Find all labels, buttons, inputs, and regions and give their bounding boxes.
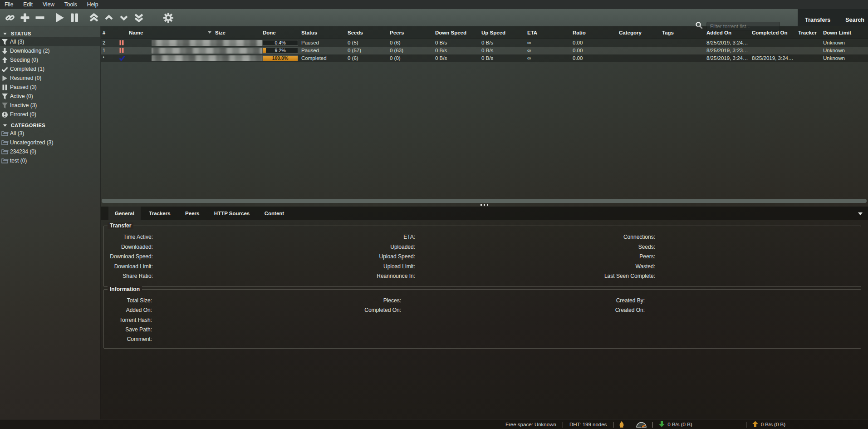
upload-arrow-icon <box>752 421 758 428</box>
folder-icon <box>1 130 8 137</box>
information-labels-col1: Total Size: Added On: Torrent Hash: Save… <box>119 296 152 344</box>
panel-collapse-chevron-icon[interactable] <box>858 212 863 215</box>
col-size[interactable]: Size <box>213 26 261 39</box>
menu-edit[interactable]: Edit <box>18 1 38 8</box>
sidebar-category-all[interactable]: All (3) <box>0 129 100 138</box>
bottom-priority-button[interactable] <box>132 12 145 24</box>
options-button[interactable] <box>162 12 174 24</box>
transfer-labels-col3: Connections: Seeds: Peers: Wasted: Last … <box>604 232 655 281</box>
col-tracker[interactable]: Tracker <box>796 26 821 39</box>
information-fieldset: Information Total Size: Added On: Torren… <box>103 289 861 349</box>
sidebar-filter-completed[interactable]: Completed (1) <box>0 64 100 74</box>
col-done[interactable]: Done <box>261 26 299 39</box>
col-down-limit[interactable]: Down Limit <box>821 26 868 39</box>
filter-icon <box>1 39 8 45</box>
col-category[interactable]: Category <box>617 26 660 39</box>
menu-view[interactable]: View <box>38 1 59 8</box>
qbittorrent-webui: File Edit View Tools Help <box>0 0 868 429</box>
tab-content[interactable]: Content <box>258 207 290 220</box>
sidebar-filter-active[interactable]: Active (0) <box>0 92 100 101</box>
progress-bar: 0.4% <box>262 40 298 46</box>
seeding-arrow-icon <box>1 57 8 64</box>
col-name[interactable]: Name <box>127 26 213 39</box>
sidebar-filter-paused[interactable]: Paused (3) <box>0 83 100 92</box>
col-down-speed[interactable]: Down Speed <box>433 26 480 39</box>
col-up-speed[interactable]: Up Speed <box>480 26 525 39</box>
menu-tools[interactable]: Tools <box>59 1 82 8</box>
sidebar-filter-inactive[interactable]: Inactive (3) <box>0 101 100 110</box>
folder-icon <box>1 139 8 146</box>
top-priority-icon <box>89 13 99 23</box>
transfer-legend: Transfer <box>108 222 133 229</box>
col-status[interactable]: Status <box>299 26 346 39</box>
col-ratio[interactable]: Ratio <box>571 26 617 39</box>
sidebar-filter-all[interactable]: All (3) <box>0 37 100 46</box>
tab-general[interactable]: General <box>108 207 141 220</box>
sort-descending-icon <box>208 31 211 34</box>
global-download-speed[interactable]: 0 B/s (0 B) <box>659 421 692 428</box>
sidebar-filter-downloading[interactable]: Downloading (2) <box>0 46 100 55</box>
categories-section-header[interactable]: CATEGORIES <box>0 122 100 129</box>
table-row[interactable]: 1 9.2% Paused 0 (57) 0 (63) 0 B/s 0 B/s … <box>101 47 868 54</box>
col-completed-on[interactable]: Completed On <box>750 26 796 39</box>
menu-help[interactable]: Help <box>82 1 103 8</box>
menu-file[interactable]: File <box>4 1 18 8</box>
free-space-label: Free space: Unknown <box>505 422 556 427</box>
general-panel: Transfer Time Active: Downloaded: Downlo… <box>101 220 868 419</box>
tab-http-sources[interactable]: HTTP Sources <box>208 207 256 220</box>
horizontal-scrollbar[interactable] <box>102 199 867 203</box>
tab-search[interactable]: Search <box>845 17 864 23</box>
tab-trackers[interactable]: Trackers <box>142 207 177 220</box>
folder-icon <box>1 158 8 164</box>
main-area: # Name Size Done Status Seeds Peers Down… <box>101 26 868 419</box>
col-number[interactable]: # <box>101 26 113 39</box>
global-upload-speed[interactable]: 0 B/s (0 B) <box>752 421 785 428</box>
resume-button[interactable] <box>53 12 65 24</box>
completed-check-icon <box>119 55 125 62</box>
errored-icon <box>1 111 8 118</box>
sidebar-category-uncategorized[interactable]: Uncategorized (3) <box>0 138 100 147</box>
col-eta[interactable]: ETA <box>525 26 571 39</box>
panel-splitter-handle[interactable] <box>101 203 868 207</box>
detail-tab-bar: General Trackers Peers HTTP Sources Cont… <box>101 207 868 220</box>
collapse-caret-icon <box>3 124 7 127</box>
divider <box>652 422 653 428</box>
decrease-priority-icon <box>119 13 129 23</box>
col-tags[interactable]: Tags <box>660 26 705 39</box>
col-state[interactable] <box>113 26 127 39</box>
table-row[interactable]: * 100.0% Completed 0 (6) 0 (0) 0 B/s 0 B… <box>101 54 868 62</box>
status-section-header[interactable]: STATUS <box>0 30 100 37</box>
sidebar-filter-seeding[interactable]: Seeding (0) <box>0 55 100 64</box>
torrent-name-redacted <box>127 54 213 62</box>
transfer-fieldset: Transfer Time Active: Downloaded: Downlo… <box>103 226 861 287</box>
tab-peers[interactable]: Peers <box>179 207 206 220</box>
add-torrent-button[interactable] <box>19 12 31 24</box>
col-peers[interactable]: Peers <box>388 26 433 39</box>
add-torrent-link-button[interactable] <box>4 12 16 24</box>
connection-status-flame-icon[interactable] <box>619 421 624 428</box>
dht-nodes-label: DHT: 199 nodes <box>569 422 607 427</box>
bottom-priority-icon <box>134 13 144 23</box>
sidebar-category-234234[interactable]: 234234 (0) <box>0 147 100 156</box>
decrease-priority-button[interactable] <box>118 12 130 24</box>
options-gear-icon <box>163 12 174 23</box>
sidebar: STATUS All (3) Downloading (2) Seeding (… <box>0 26 101 419</box>
folder-icon <box>1 148 8 155</box>
progress-bar: 100.0% <box>262 55 298 61</box>
increase-priority-button[interactable] <box>103 12 115 24</box>
sidebar-filter-resumed[interactable]: Resumed (0) <box>0 74 100 83</box>
pause-icon <box>69 12 80 23</box>
alt-speed-gauge-icon[interactable] <box>636 421 647 428</box>
col-seeds[interactable]: Seeds <box>346 26 388 39</box>
pause-button[interactable] <box>68 12 80 24</box>
top-priority-button[interactable] <box>88 12 100 24</box>
sidebar-filter-errored[interactable]: Errored (0) <box>0 110 100 119</box>
information-legend: Information <box>108 286 142 292</box>
col-added-on[interactable]: Added On <box>705 26 750 39</box>
tab-transfers[interactable]: Transfers <box>805 17 830 23</box>
delete-torrent-button[interactable] <box>34 12 46 24</box>
table-row[interactable]: 2 0.4% Paused 0 (5) 0 (6) 0 B/s 0 B/s ∞ … <box>101 39 868 47</box>
sidebar-category-test[interactable]: test (0) <box>0 156 100 165</box>
transfer-labels-col1: Time Active: Downloaded: Download Speed:… <box>110 232 153 281</box>
information-labels-col2: Pieces: Completed On: <box>364 296 401 316</box>
